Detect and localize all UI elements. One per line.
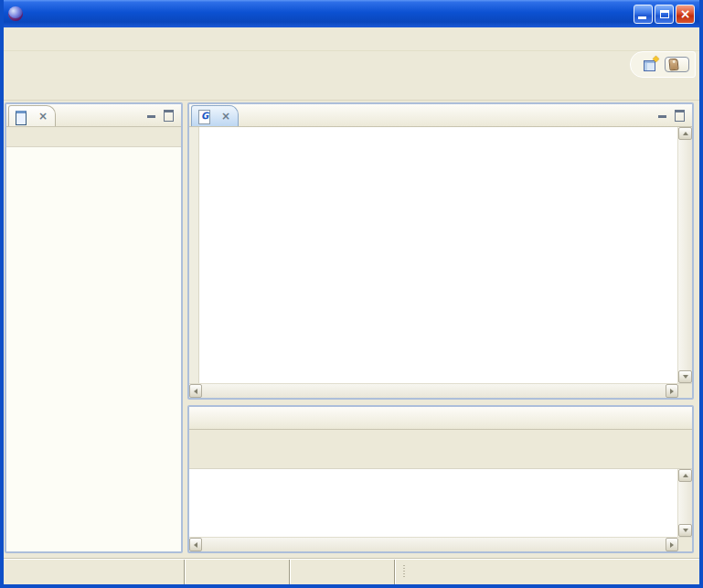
arrow-left-icon — [194, 389, 197, 394]
scroll-right-button[interactable] — [666, 384, 678, 398]
scroll-left-button[interactable] — [189, 384, 202, 398]
eclipse-window: × × — [0, 0, 703, 588]
close-icon: × — [680, 7, 691, 20]
go-perspective-icon — [668, 59, 678, 71]
project-tree — [6, 147, 181, 551]
arrow-right-icon — [670, 542, 674, 548]
maximize-icon — [660, 10, 669, 18]
explorer-tab-row: × — [6, 104, 181, 127]
status-drag-handle — [402, 564, 406, 581]
menu-bar — [4, 27, 699, 51]
tab-project-explorer[interactable]: × — [8, 105, 56, 126]
navigation-toolbar — [4, 78, 699, 101]
open-perspective-button[interactable] — [640, 54, 661, 75]
maximize-button[interactable] — [655, 5, 674, 24]
eclipse-logo-icon — [8, 6, 23, 21]
code-editor[interactable] — [199, 127, 677, 383]
arrow-up-icon — [683, 132, 688, 135]
explorer-view-toolbar — [6, 127, 181, 147]
open-perspective-icon — [643, 57, 658, 72]
console-vertical-scrollbar[interactable] — [677, 469, 692, 537]
workbench-area: × × — [4, 101, 699, 559]
close-view-icon[interactable]: × — [38, 110, 48, 123]
scroll-down-button[interactable] — [678, 370, 692, 383]
arrow-right-icon — [670, 389, 674, 394]
close-button[interactable]: × — [676, 5, 695, 24]
scroll-right-button[interactable] — [666, 538, 678, 551]
go-file-icon — [197, 109, 212, 124]
console-status-line — [189, 430, 692, 448]
scroll-up-button[interactable] — [678, 127, 692, 140]
console-toolbar — [189, 448, 692, 469]
editor-tab-row: × — [189, 104, 692, 127]
maximize-editor-button[interactable] — [673, 107, 688, 123]
maximize-view-button[interactable] — [162, 107, 177, 123]
status-bar — [4, 559, 699, 584]
scroll-left-button[interactable] — [189, 538, 202, 551]
fast-view-bar — [4, 560, 184, 584]
arrow-down-icon — [683, 375, 688, 379]
status-bar-spacer — [394, 560, 699, 584]
editor-panel: × — [187, 102, 694, 400]
arrow-up-icon — [683, 474, 688, 477]
minimize-editor-button[interactable] — [656, 107, 672, 123]
arrow-left-icon — [194, 542, 197, 548]
tab-hello-go[interactable]: × — [191, 105, 239, 126]
close-editor-icon[interactable]: × — [221, 110, 230, 123]
minimize-button[interactable] — [634, 5, 653, 24]
minimize-view-button[interactable] — [145, 107, 161, 123]
console-tab-row — [189, 407, 692, 430]
editor-vertical-scrollbar[interactable] — [677, 127, 692, 383]
annotation-ruler[interactable] — [189, 127, 199, 383]
writable-status — [184, 560, 289, 584]
arrow-down-icon — [683, 529, 688, 532]
title-bar[interactable]: × — [4, 0, 699, 27]
main-toolbar — [4, 51, 699, 78]
editor-horizontal-scrollbar[interactable] — [189, 383, 692, 398]
minimize-icon — [638, 16, 646, 19]
console-panel — [187, 405, 694, 553]
console-horizontal-scrollbar[interactable] — [189, 537, 692, 551]
project-explorer-icon — [14, 109, 29, 124]
perspective-bar — [630, 51, 696, 78]
scroll-down-button[interactable] — [678, 524, 692, 537]
project-explorer-panel: × — [5, 102, 183, 553]
insert-mode-status — [289, 560, 394, 584]
console-output[interactable] — [189, 469, 677, 537]
scroll-up-button[interactable] — [678, 469, 692, 482]
go-perspective-button[interactable] — [665, 57, 689, 72]
